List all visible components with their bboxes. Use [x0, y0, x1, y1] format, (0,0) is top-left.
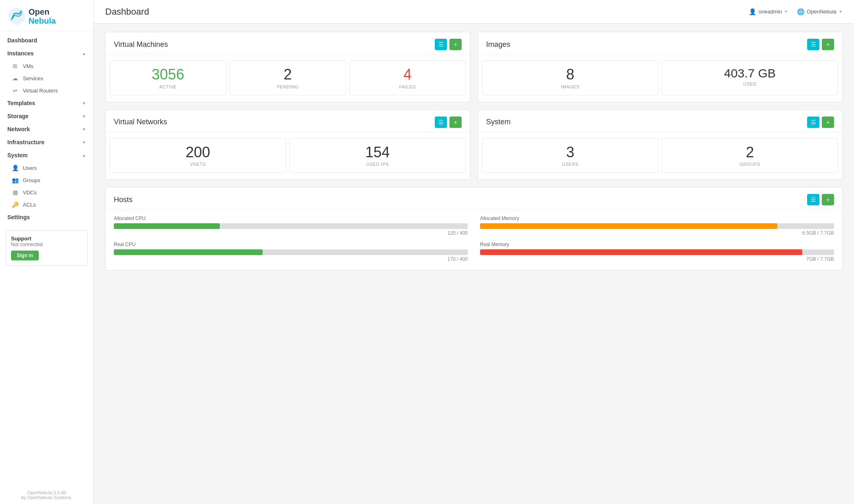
virtual-machines-card: Virtual Machines ☰ + 3056 ACTIVE 2 PENDI…: [105, 32, 470, 102]
users-value: 3: [487, 144, 654, 161]
groups-value: 2: [666, 144, 834, 161]
cards-row-1: Virtual Machines ☰ + 3056 ACTIVE 2 PENDI…: [105, 32, 843, 102]
key-icon: 🔑: [11, 201, 19, 208]
sidebar-item-virtual-routers[interactable]: ⇌ Virtual Routers: [0, 84, 93, 97]
logo-icon: [8, 8, 25, 25]
images-card-title: Images: [486, 40, 510, 49]
system-card: System ☰ + 3 USERS 2 GROUPS: [478, 110, 843, 180]
instances-arrow: ▲: [82, 51, 86, 56]
users-icon: 👥: [11, 176, 19, 184]
cloud-icon: ☁: [11, 75, 19, 82]
groups-label: GROUPS: [666, 162, 834, 167]
sidebar-item-storage[interactable]: Storage ▼: [0, 110, 93, 123]
images-used-stat: 403.7 GB USED: [662, 60, 839, 95]
users-stat: 3 USERS: [482, 138, 659, 173]
vm-list-button[interactable]: ☰: [435, 39, 447, 50]
used-ips-label: USED IPs: [294, 162, 462, 167]
virtual-networks-card: Virtual Networks ☰ + 200 VNETS 154 USED …: [105, 110, 470, 180]
topbar: Dashboard 👤 oneadmin ▼ 🌐 OpenNebula ▼: [94, 0, 854, 24]
sidebar-item-instances[interactable]: Instances ▲: [0, 47, 93, 60]
network-arrow: ▼: [82, 127, 86, 132]
system-add-button[interactable]: +: [822, 117, 834, 128]
hosts-list-button[interactable]: ☰: [807, 194, 819, 205]
sidebar-item-users[interactable]: 👤 Users: [0, 162, 93, 174]
vm-card-title: Virtual Machines: [114, 40, 168, 49]
vm-pending-value: 2: [234, 66, 342, 83]
hosts-body: Allocated CPU 120 / 400 Allocated Memory…: [106, 211, 842, 270]
vn-stats: 200 VNETS 154 USED IPs: [106, 134, 470, 180]
sidebar-item-acls[interactable]: 🔑 ACLs: [0, 198, 93, 211]
user-chevron-icon: ▼: [784, 9, 788, 14]
real-cpu-value: 170 / 400: [114, 256, 468, 262]
allocated-memory-value: 6.5GB / 7.7GB: [480, 230, 834, 236]
sidebar-item-vdcs[interactable]: ▦ VDCs: [0, 186, 93, 198]
images-add-button[interactable]: +: [822, 39, 834, 50]
allocated-memory-bar-bg: [480, 223, 834, 229]
groups-stat: 2 GROUPS: [662, 138, 839, 173]
vm-card-header: Virtual Machines ☰ +: [106, 32, 470, 54]
used-ips-value: 154: [294, 144, 462, 161]
logo-area: Open Nebula: [0, 0, 93, 31]
sidebar-item-vms[interactable]: ⊞ VMs: [0, 60, 93, 72]
sidebar-item-templates[interactable]: Templates ▼: [0, 97, 93, 110]
images-used-value: 403.7 GB: [666, 66, 834, 80]
vn-list-button[interactable]: ☰: [435, 117, 447, 128]
vm-active-stat: 3056 ACTIVE: [110, 60, 226, 95]
system-card-header: System ☰ +: [478, 110, 842, 132]
images-stats: 8 IMAGES 403.7 GB USED: [478, 56, 842, 102]
sidebar-item-system[interactable]: System ▲: [0, 149, 93, 162]
support-title: Support: [11, 235, 82, 242]
system-arrow: ▲: [82, 153, 86, 158]
sidebar-item-groups[interactable]: 👥 Groups: [0, 174, 93, 186]
hosts-add-button[interactable]: +: [822, 194, 834, 205]
nav-section: Dashboard Instances ▲ ⊞ VMs ☁ Services ⇌…: [0, 31, 93, 226]
sidebar-item-network[interactable]: Network ▼: [0, 123, 93, 136]
real-cpu-label: Real CPU: [114, 242, 468, 247]
vm-pending-stat: 2 PENDING: [230, 60, 346, 95]
logo-nebula-text: Nebula: [29, 16, 56, 25]
infrastructure-arrow: ▼: [82, 140, 86, 145]
system-list-button[interactable]: ☰: [807, 117, 819, 128]
sidebar-item-services[interactable]: ☁ Services: [0, 72, 93, 84]
sidebar-item-infrastructure[interactable]: Infrastructure ▼: [0, 136, 93, 149]
used-ips-stat: 154 USED IPs: [290, 138, 466, 173]
topbar-cloud[interactable]: 🌐 OpenNebula ▼: [797, 8, 843, 15]
system-card-title: System: [486, 118, 511, 126]
cloud-globe-icon: 🌐: [797, 8, 805, 15]
real-cpu-bar-bg: [114, 249, 468, 255]
images-list-button[interactable]: ☰: [807, 39, 819, 50]
images-card-actions: ☰ +: [807, 39, 834, 50]
images-used-label: USED: [666, 81, 834, 86]
shuffle-icon: ⇌: [11, 87, 19, 94]
sidebar-item-dashboard[interactable]: Dashboard: [0, 34, 93, 47]
images-count-label: IMAGES: [487, 84, 654, 89]
images-count-value: 8: [487, 66, 654, 83]
support-status: Not connected: [11, 242, 82, 247]
main-content: Dashboard 👤 oneadmin ▼ 🌐 OpenNebula ▼ Vi…: [94, 0, 854, 504]
vnets-stat: 200 VNETS: [110, 138, 286, 173]
vm-active-value: 3056: [114, 66, 222, 83]
dashboard-content: Virtual Machines ☰ + 3056 ACTIVE 2 PENDI…: [94, 24, 854, 504]
vm-failed-stat: 4 FAILED: [349, 60, 466, 95]
hosts-title: Hosts: [114, 196, 133, 204]
signin-button[interactable]: Sign in: [11, 251, 39, 260]
sidebar-item-settings[interactable]: Settings: [0, 211, 93, 224]
topbar-right: 👤 oneadmin ▼ 🌐 OpenNebula ▼: [749, 8, 843, 15]
vm-failed-label: FAILED: [354, 84, 461, 89]
grid-icon: ⊞: [11, 62, 19, 70]
vnets-label: VNETS: [114, 162, 282, 167]
cloud-chevron-icon: ▼: [839, 9, 843, 14]
topbar-user[interactable]: 👤 oneadmin ▼: [749, 8, 788, 15]
sidebar: Open Nebula Dashboard Instances ▲ ⊞ VMs …: [0, 0, 94, 504]
system-stats: 3 USERS 2 GROUPS: [478, 134, 842, 180]
real-memory-bar-bg: [480, 249, 834, 255]
vm-add-button[interactable]: +: [449, 39, 462, 50]
vn-card-title: Virtual Networks: [114, 118, 167, 126]
allocated-cpu-value: 120 / 400: [114, 230, 468, 236]
vm-stats: 3056 ACTIVE 2 PENDING 4 FAILED: [106, 56, 470, 102]
table-icon: ▦: [11, 189, 19, 196]
vn-add-button[interactable]: +: [449, 117, 462, 128]
users-label: USERS: [487, 162, 654, 167]
images-card: Images ☰ + 8 IMAGES 403.7 GB USED: [478, 32, 843, 102]
allocated-memory-bar-fill: [480, 223, 777, 229]
